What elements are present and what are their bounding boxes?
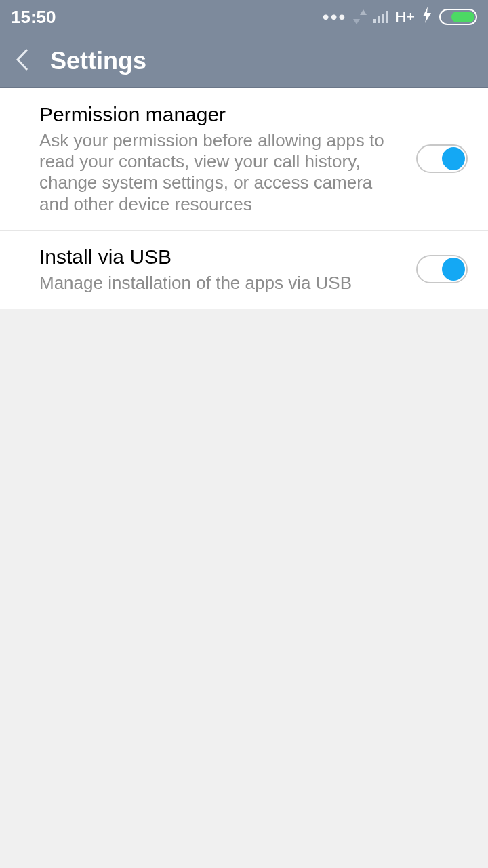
- settings-list: Permission manager Ask your permission b…: [0, 88, 488, 309]
- app-header: Settings: [0, 34, 488, 88]
- setting-description: Manage installation of the apps via USB: [39, 273, 403, 294]
- data-updown-icon: [353, 9, 367, 24]
- setting-description: Ask your permission before allowing apps…: [39, 130, 403, 215]
- network-type-label: H+: [395, 8, 415, 26]
- page-title: Settings: [50, 47, 146, 75]
- charging-icon: [422, 7, 432, 27]
- status-bar: 15:50 ••• H+: [0, 0, 488, 34]
- setting-permission-manager[interactable]: Permission manager Ask your permission b…: [0, 88, 488, 231]
- status-right: ••• H+: [323, 7, 477, 27]
- back-icon[interactable]: [14, 47, 31, 75]
- signal-icon: [373, 11, 388, 23]
- setting-install-via-usb[interactable]: Install via USB Manage installation of t…: [0, 231, 488, 309]
- install-via-usb-toggle[interactable]: [416, 255, 468, 283]
- setting-title: Install via USB: [39, 245, 403, 269]
- more-dots-icon: •••: [323, 7, 346, 26]
- permission-manager-toggle[interactable]: [416, 144, 468, 173]
- status-time: 15:50: [11, 7, 56, 28]
- battery-icon: [439, 9, 477, 25]
- setting-text: Install via USB Manage installation of t…: [39, 245, 403, 294]
- setting-title: Permission manager: [39, 103, 403, 126]
- setting-text: Permission manager Ask your permission b…: [39, 103, 403, 215]
